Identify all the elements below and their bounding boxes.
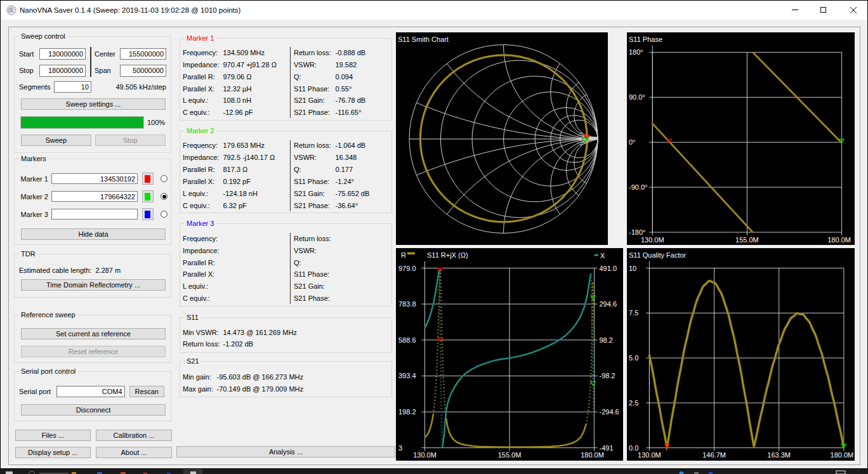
svg-text:163.3M: 163.3M bbox=[767, 451, 791, 459]
svg-text:98.2: 98.2 bbox=[600, 336, 613, 344]
svg-text:90.0°: 90.0° bbox=[629, 93, 645, 101]
svg-text:155.0M: 155.0M bbox=[735, 236, 759, 244]
svg-text:146.7M: 146.7M bbox=[702, 451, 726, 459]
svg-text:155.0M: 155.0M bbox=[498, 451, 522, 459]
svg-text:S11 R+jX (Ω): S11 R+jX (Ω) bbox=[427, 251, 468, 259]
svg-text:-180°: -180° bbox=[629, 228, 645, 236]
svg-text:-491: -491 bbox=[600, 444, 614, 452]
svg-text:S11 Quality Factor: S11 Quality Factor bbox=[629, 251, 687, 259]
svg-text:3: 3 bbox=[398, 444, 402, 452]
svg-text:588.6: 588.6 bbox=[398, 336, 416, 344]
svg-text:5.0: 5.0 bbox=[629, 354, 638, 362]
svg-text:294.6: 294.6 bbox=[600, 300, 617, 308]
svg-text:180.0M: 180.0M bbox=[831, 451, 854, 459]
svg-text:180.0M: 180.0M bbox=[581, 451, 604, 459]
svg-text:393.4: 393.4 bbox=[398, 372, 416, 379]
svg-text:180.0M: 180.0M bbox=[827, 236, 851, 244]
svg-text:130.0M: 130.0M bbox=[638, 451, 661, 459]
svg-text:180°: 180° bbox=[629, 48, 643, 56]
svg-text:130.0M: 130.0M bbox=[641, 236, 664, 244]
svg-text:R: R bbox=[401, 251, 406, 259]
svg-text:-98.2: -98.2 bbox=[600, 372, 615, 379]
svg-text:X: X bbox=[600, 252, 605, 260]
svg-text:10: 10 bbox=[629, 265, 636, 272]
svg-text:491.0: 491.0 bbox=[600, 265, 617, 272]
svg-text:783.8: 783.8 bbox=[398, 300, 416, 308]
svg-text:198.2: 198.2 bbox=[398, 408, 416, 416]
svg-text:0.0: 0.0 bbox=[629, 444, 638, 452]
svg-text:S11 Phase: S11 Phase bbox=[629, 36, 662, 43]
svg-text:979.0: 979.0 bbox=[398, 265, 416, 272]
svg-text:130.0M: 130.0M bbox=[413, 451, 437, 459]
svg-text:2.5: 2.5 bbox=[629, 399, 638, 407]
svg-text:-294.6: -294.6 bbox=[600, 408, 619, 416]
svg-text:-90.0°: -90.0° bbox=[629, 183, 647, 191]
svg-text:0°: 0° bbox=[629, 138, 636, 146]
svg-text:S11 Smith Chart: S11 Smith Chart bbox=[398, 36, 449, 43]
svg-text:7.5: 7.5 bbox=[629, 309, 638, 317]
